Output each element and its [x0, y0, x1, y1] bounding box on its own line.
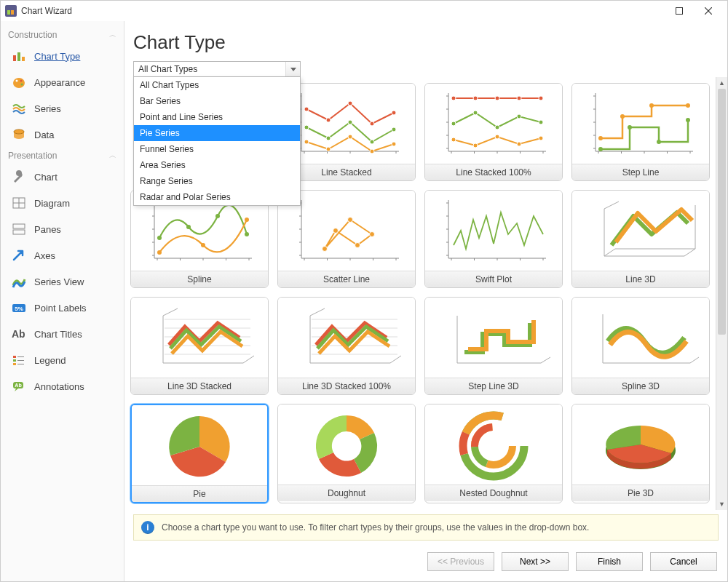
svg-point-52	[326, 147, 331, 151]
chart-type-label: Line 3D Stacked	[131, 378, 268, 394]
chart-wizard-window: Chart Wizard Construction︿Chart TypeAppe…	[0, 0, 728, 582]
svg-point-42	[326, 118, 331, 122]
chevron-up-icon: ︿	[109, 151, 116, 161]
filter-option[interactable]: Area Series	[134, 157, 300, 173]
filter-option[interactable]: Funnel Series	[134, 141, 300, 157]
svg-point-73	[451, 121, 456, 126]
filter-option[interactable]: Point and Line Series	[134, 109, 300, 125]
footer: << Previous Next >> Finish Cancel	[124, 545, 727, 581]
chart-type-card[interactable]: Line 3D Stacked 100%	[277, 297, 416, 395]
filter-option[interactable]: All Chart Types	[134, 77, 300, 93]
sidebar-item-legend[interactable]: Legend	[1, 347, 124, 373]
svg-point-7	[16, 80, 18, 82]
sidebar-section-label: Construction	[8, 30, 57, 40]
vertical-scrollbar[interactable]: ▲ ▼	[716, 77, 727, 510]
svg-point-121	[245, 218, 249, 222]
filter-option[interactable]: Bar Series	[134, 93, 300, 109]
chart-type-label: Doughnut	[278, 485, 415, 501]
svg-point-117	[215, 214, 220, 218]
sidebar-item-panes[interactable]: Panes	[1, 216, 124, 242]
cancel-button[interactable]: Cancel	[650, 552, 717, 571]
sidebar-item-data[interactable]: Data	[1, 121, 124, 148]
svg-point-74	[473, 111, 478, 115]
palette-icon	[11, 75, 27, 89]
finish-button[interactable]: Finish	[576, 552, 643, 571]
sidebar-item-appearance[interactable]: Appearance	[1, 69, 124, 95]
chart-type-filter-combo[interactable]: All Chart Types	[133, 61, 301, 77]
filter-option[interactable]: Radar and Polar Series	[134, 189, 300, 205]
sidebar-section-presentation[interactable]: Presentation︿	[1, 148, 124, 164]
svg-text:Ab: Ab	[12, 328, 25, 340]
next-button[interactable]: Next >>	[502, 552, 569, 571]
sidebar-item-axes[interactable]: Axes	[1, 242, 124, 268]
svg-point-118	[245, 232, 249, 236]
filter-option[interactable]: Range Series	[134, 173, 300, 189]
chevron-down-icon	[285, 62, 300, 76]
chart-type-card[interactable]: Spline 3D	[571, 297, 710, 395]
svg-point-71	[517, 96, 521, 100]
chart-type-card[interactable]: Line Stacked 100%	[424, 83, 563, 181]
panes-icon	[11, 222, 27, 236]
chart-thumbnail	[425, 404, 562, 485]
sidebar-section-label: Presentation	[8, 151, 57, 161]
svg-point-46	[304, 125, 309, 129]
chart-type-card[interactable]: Line 3D Stacked	[130, 297, 269, 395]
sidebar-item-chart[interactable]: Chart	[1, 164, 124, 190]
sidebar-item-chart-titles[interactable]: AbChart Titles	[1, 321, 124, 347]
filter-option[interactable]: Pie Series	[134, 125, 300, 141]
svg-rect-22	[13, 363, 16, 365]
sidebar: Construction︿Chart TypeAppearanceSeriesD…	[1, 21, 124, 581]
sidebar-item-diagram[interactable]: Diagram	[1, 190, 124, 216]
chart-thumbnail	[572, 191, 709, 271]
sidebar-item-point-labels[interactable]: 5%Point Labels	[1, 295, 124, 321]
svg-rect-3	[13, 55, 16, 61]
sidebar-section-construction[interactable]: Construction︿	[1, 27, 124, 43]
chart-thumbnail	[425, 298, 562, 378]
scroll-down-icon[interactable]: ▼	[716, 498, 727, 510]
svg-point-8	[20, 80, 23, 82]
scroll-track[interactable]	[716, 89, 727, 498]
sidebar-item-series[interactable]: Series	[1, 95, 124, 121]
sidebar-item-annotations[interactable]: AbAnnotations	[1, 373, 124, 399]
chart-type-label: Spline 3D	[572, 378, 709, 394]
svg-point-51	[304, 140, 309, 144]
sidebar-item-chart-type[interactable]: Chart Type	[1, 43, 124, 69]
svg-point-44	[370, 121, 374, 126]
svg-point-75	[495, 125, 499, 129]
text-icon: Ab	[11, 327, 27, 341]
chart-type-card[interactable]: Line 3D	[571, 190, 710, 288]
scroll-thumb[interactable]	[718, 89, 726, 335]
svg-point-45	[392, 111, 396, 115]
svg-point-115	[157, 236, 162, 240]
chart-type-label: Spline	[131, 271, 268, 287]
svg-text:Ab: Ab	[15, 383, 21, 388]
sidebar-item-label: Appearance	[34, 77, 85, 88]
svg-point-72	[539, 96, 543, 100]
svg-rect-21	[13, 359, 16, 362]
chart-thumbnail	[278, 404, 415, 485]
svg-rect-0	[676, 8, 683, 15]
previous-button[interactable]: << Previous	[427, 552, 494, 571]
chart-type-filter-dropdown[interactable]: All Chart TypesBar SeriesPoint and Line …	[133, 77, 301, 206]
scroll-up-icon[interactable]: ▲	[716, 77, 727, 89]
sidebar-item-label: Chart Type	[34, 51, 80, 62]
chart-type-card[interactable]: Step Line 3D	[424, 297, 563, 395]
svg-point-48	[348, 120, 352, 124]
chart-type-card[interactable]: Doughnut	[277, 404, 416, 503]
chart-type-card[interactable]: Pie	[130, 404, 269, 503]
chart-thumbnail	[425, 84, 562, 164]
close-button[interactable]	[694, 1, 723, 21]
chart-type-label: Scatter Line	[278, 271, 415, 287]
wrench-icon	[11, 170, 27, 184]
chart-type-card[interactable]: Nested Doughnut	[424, 404, 563, 503]
maximize-button[interactable]	[665, 1, 694, 21]
sidebar-item-series-view[interactable]: Series View	[1, 268, 124, 295]
chart-thumbnail	[132, 405, 267, 485]
chart-type-card[interactable]: Swift Plot	[424, 190, 563, 288]
filter-row: All Chart Types All Chart TypesBar Serie…	[124, 61, 727, 77]
chart-type-card[interactable]: Pie 3D	[571, 404, 710, 503]
chart-type-card[interactable]: Step Line	[571, 83, 710, 181]
svg-point-81	[517, 142, 521, 146]
svg-point-54	[370, 149, 374, 154]
sidebar-item-label: Series View	[34, 276, 84, 287]
